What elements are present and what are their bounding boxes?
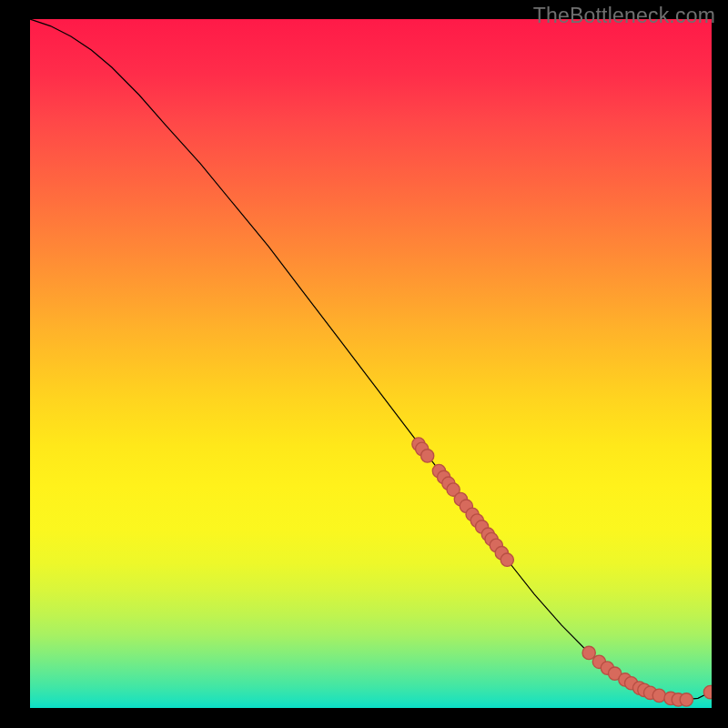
watermark-text: TheBottleneck.com (533, 4, 715, 28)
plot-area (30, 19, 712, 708)
chart-svg (30, 19, 712, 708)
data-dot (582, 646, 595, 659)
data-dot (421, 450, 434, 462)
chart-wrap: TheBottleneck.com (0, 0, 728, 728)
curve-line (30, 19, 712, 700)
data-dot (680, 693, 693, 706)
dots-group (412, 438, 712, 706)
data-dot (652, 689, 665, 702)
data-dot (500, 553, 513, 566)
data-dot (703, 685, 712, 698)
